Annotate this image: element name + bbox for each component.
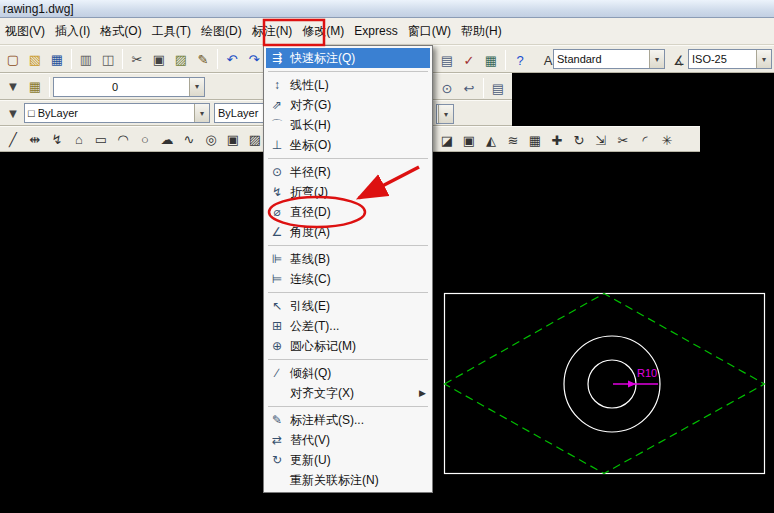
menu-item-icon: ⌒: [268, 117, 286, 134]
menu-item-label: 角度(A): [290, 224, 412, 241]
menu-item-ordinate[interactable]: ⊥ 坐标(O): [266, 135, 430, 155]
menu-item-icon: ↕: [268, 78, 286, 92]
menu-item-label: 标注样式(S)...: [290, 412, 412, 429]
menu-item-icon: ⊙: [268, 165, 286, 179]
menu-item-icon: ⊕: [268, 339, 286, 353]
menu-item-baseline[interactable]: ⊫ 基线(B): [266, 249, 430, 269]
menu-item-override[interactable]: ⇄ 替代(V): [266, 430, 430, 450]
menu-item-jogged[interactable]: ↯ 折弯(J): [266, 182, 430, 202]
radius-dimension-arrow-icon: [628, 381, 636, 388]
dimension-dropdown-menu: ⇶ 快速标注(Q) ↕ 线性(L) ⇗ 对齐(G) ⌒ 弧长(H) ⊥ 坐标(O…: [263, 45, 433, 493]
menu-item-icon: ∠: [268, 225, 286, 239]
menu-item-icon: ⊫: [268, 252, 286, 266]
separator: [268, 406, 428, 407]
menu-item-label: 公差(T)...: [290, 318, 412, 335]
menu-item-arc-length[interactable]: ⌒ 弧长(H): [266, 115, 430, 135]
menu-item-icon: ↯: [268, 185, 286, 199]
menu-item-reassociate[interactable]: 重新关联标注(N): [266, 470, 430, 490]
menu-item-tolerance[interactable]: ⊞ 公差(T)...: [266, 316, 430, 336]
menu-item-label: 基线(B): [290, 251, 412, 268]
menu-item-radius[interactable]: ⊙ 半径(R): [266, 162, 430, 182]
menu-item-icon: ⇗: [268, 98, 286, 112]
menu-item-icon: ⊥: [268, 138, 286, 152]
menu-item-label: 对齐文字(X): [290, 385, 412, 402]
menu-item-icon: ⇶: [268, 51, 286, 65]
menu-item-aligned[interactable]: ⇗ 对齐(G): [266, 95, 430, 115]
menu-item-label: 半径(R): [290, 164, 412, 181]
menu-item-label: 快速标注(Q): [290, 50, 412, 67]
menu-item-label: 引线(E): [290, 298, 412, 315]
drawing-rectangle: [445, 294, 765, 474]
radius-dimension-label: R10: [637, 367, 657, 379]
separator: [268, 71, 428, 72]
menu-item-label: 直径(D): [290, 204, 412, 221]
menu-item-align-text[interactable]: 对齐文字(X) ▶: [266, 383, 430, 403]
menu-item-icon: ✎: [268, 413, 286, 427]
menu-item-label: 折弯(J): [290, 184, 412, 201]
menu-item-label: 连续(C): [290, 271, 412, 288]
menu-item-label: 圆心标记(M): [290, 338, 412, 355]
menu-item-oblique[interactable]: ∕ 倾斜(Q): [266, 363, 430, 383]
drawing-dashed-diamond: [445, 294, 765, 474]
menu-item-icon: ⊞: [268, 319, 286, 333]
menu-item-continue[interactable]: ⊨ 连续(C): [266, 269, 430, 289]
menu-item-icon: ⌀: [268, 205, 286, 219]
separator: [268, 158, 428, 159]
separator: [268, 245, 428, 246]
menu-item-label: 更新(U): [290, 452, 412, 469]
menu-item-linear[interactable]: ↕ 线性(L): [266, 75, 430, 95]
menu-item-label: 替代(V): [290, 432, 412, 449]
menu-item-icon: ⊨: [268, 272, 286, 286]
separator: [268, 292, 428, 293]
menu-item-label: 重新关联标注(N): [290, 472, 412, 489]
menu-item-icon: ↻: [268, 453, 286, 467]
menu-item-icon: ∕: [268, 366, 286, 380]
menu-item-label: 弧长(H): [290, 117, 412, 134]
separator: [268, 359, 428, 360]
submenu-arrow-icon: ▶: [416, 388, 426, 398]
menu-item-center-mark[interactable]: ⊕ 圆心标记(M): [266, 336, 430, 356]
menu-item-label: 坐标(O): [290, 137, 412, 154]
menu-item-label: 倾斜(Q): [290, 365, 412, 382]
menu-item-icon: ⇄: [268, 433, 286, 447]
menu-item-label: 线性(L): [290, 77, 412, 94]
menu-item-update[interactable]: ↻ 更新(U): [266, 450, 430, 470]
menu-item-label: 对齐(G): [290, 97, 412, 114]
menu-item-diameter[interactable]: ⌀ 直径(D): [266, 202, 430, 222]
menu-item-icon: ↖: [268, 299, 286, 313]
menu-item-dimension-style[interactable]: ✎ 标注样式(S)...: [266, 410, 430, 430]
menu-item-leader[interactable]: ↖ 引线(E): [266, 296, 430, 316]
menu-item-angular[interactable]: ∠ 角度(A): [266, 222, 430, 242]
menu-item-quick-dimension[interactable]: ⇶ 快速标注(Q): [266, 48, 430, 68]
autocad-window: rawing1.dwg] 视图(V) 插入(I) 格式(O) 工具(T) 绘图(…: [0, 0, 774, 513]
